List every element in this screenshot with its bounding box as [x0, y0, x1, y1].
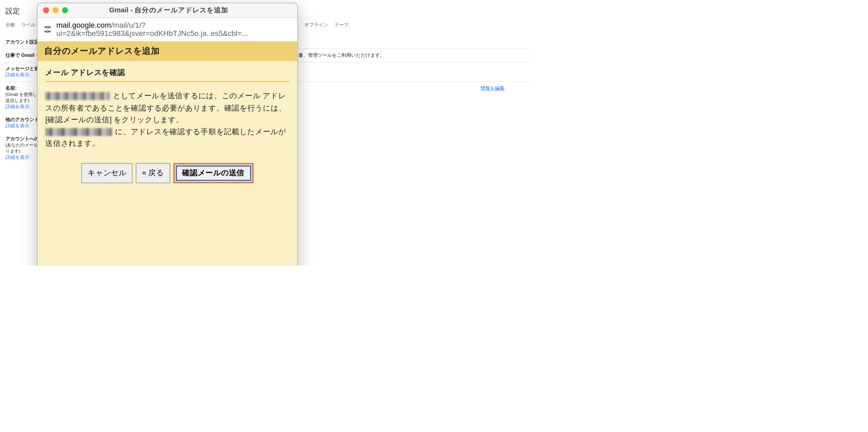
account-access-detail-link[interactable]: 詳細を表示 [5, 154, 29, 160]
name-sub2: 送信します) [5, 98, 29, 103]
other-accounts-detail-link[interactable]: 詳細を表示 [5, 123, 29, 128]
dialog-buttons: キャンセル « 戻る 確認メールの送信 [45, 150, 290, 192]
dialog-titlebar: Gmail - 自分のメールアドレスを追加 [38, 3, 297, 18]
tab-general[interactable]: 全般 [5, 22, 15, 28]
back-button[interactable]: « 戻る [136, 163, 170, 183]
confirm-body: としてメールを送信するには、このメール アドレスの所有者であることを確認する必要… [45, 82, 290, 150]
site-settings-icon[interactable] [43, 24, 52, 34]
account-access-sub2: ります) [5, 149, 20, 154]
confirm-heading: メール アドレスを確認 [45, 68, 290, 82]
minimize-icon[interactable] [52, 7, 59, 13]
close-icon[interactable] [43, 7, 49, 13]
svg-point-5 [47, 31, 48, 33]
url-text: mail.google.com/mail/u/1/?ui=2&ik=fbe591… [56, 21, 292, 38]
tab-theme[interactable]: テーマ [334, 22, 349, 28]
name-heading: 名前: [5, 85, 17, 91]
svg-point-4 [47, 26, 48, 28]
dialog-banner: 自分のメールアドレスを追加 [38, 42, 297, 61]
dialog-empty-area [38, 192, 297, 266]
add-email-dialog: Gmail - 自分のメールアドレスを追加 mail.google.com/ma… [37, 3, 298, 266]
maximize-icon[interactable] [62, 7, 68, 13]
send-button-highlight: 確認メールの送信 [173, 163, 253, 183]
name-detail-link[interactable]: 詳細を表示 [5, 104, 29, 109]
dialog-content: メール アドレスを確認 としてメールを送信するには、このメール アドレスの所有者… [38, 61, 297, 192]
url-domain: mail.google.com [56, 21, 111, 29]
redacted-email-1 [45, 92, 110, 100]
send-verification-button[interactable]: 確認メールの送信 [176, 165, 251, 181]
edit-info-link[interactable]: 情報を編集 [481, 85, 505, 91]
dialog-window-title: Gmail - 自分のメールアドレスを追加 [73, 5, 265, 15]
redacted-email-2 [45, 128, 112, 136]
tab-offline[interactable]: オフライン [304, 22, 328, 28]
cancel-button[interactable]: キャンセル [81, 163, 132, 183]
window-controls [43, 7, 68, 13]
msg-contacts-detail-link[interactable]: 詳細を表示 [5, 72, 29, 77]
tab-labels[interactable]: ラベル [21, 22, 36, 28]
dialog-url-bar: mail.google.com/mail/u/1/?ui=2&ik=fbe591… [38, 18, 297, 42]
